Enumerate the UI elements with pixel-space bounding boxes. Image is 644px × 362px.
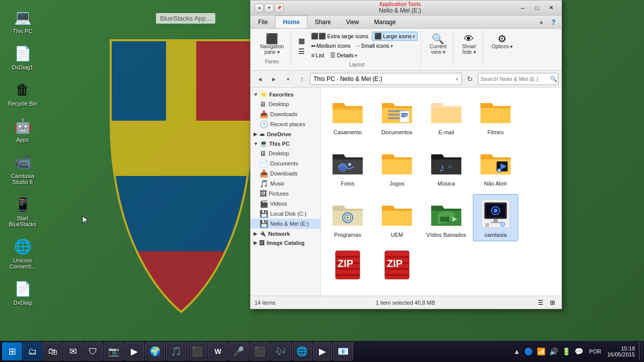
navigation-pane-btn[interactable]: ⬛ Navigationpane ▾ [257, 32, 287, 57]
desktop-icon-unicorn[interactable]: 🌐 Unicom Connecti... [5, 234, 40, 272]
preview-pane-btn[interactable]: ▦ [296, 36, 307, 46]
extra-large-icons-btn[interactable]: ⬛⬛ Extra large icons [308, 32, 371, 41]
file-item-fotos[interactable]: Fotos [325, 143, 370, 190]
nav-item-documents[interactable]: 📄 Documents [251, 158, 320, 168]
sys-network-icon[interactable]: 📶 [536, 346, 546, 356]
desktop-icon-camtasia[interactable]: 📹 Camtasia Studio 6 [5, 150, 40, 187]
large-icons-view-toggle[interactable]: ⊞ [547, 298, 557, 308]
nav-item-recent-places[interactable]: 🕐 Recent places [251, 119, 320, 129]
maximize-button[interactable]: □ [530, 3, 543, 13]
show-desktop-btn[interactable] [639, 342, 642, 360]
desktop-icon-dxdiag1[interactable]: 📄 DxDiag1 [5, 41, 40, 72]
tab-view[interactable]: View [339, 16, 367, 28]
tab-file[interactable]: File [251, 16, 275, 28]
nav-item-pictures[interactable]: 🖼 Pictures [251, 189, 320, 199]
desktop-icon-start-bluestacks[interactable]: 📱 Start BlueStacks [5, 192, 40, 229]
small-icons-btn[interactable]: ·· Small icons ▾ [354, 41, 395, 50]
details-btn[interactable]: ☰ Details ▾ [328, 51, 360, 60]
forward-button[interactable]: ▸ [268, 73, 280, 85]
taskbar-music[interactable]: 🎶 [271, 342, 291, 360]
sys-bluetooth-icon[interactable]: 🔵 [523, 346, 534, 356]
show-hide-btn[interactable]: 👁 Show/hide ▾ [458, 32, 479, 57]
minimize-button[interactable]: ─ [516, 3, 529, 13]
ribbon-help-btn[interactable]: ? [547, 16, 559, 28]
desktop-icon-this-pc[interactable]: 💻 This PC [5, 5, 40, 36]
tab-manage[interactable]: Manage [367, 16, 404, 28]
taskbar-mic[interactable]: 🎤 [228, 342, 249, 360]
file-item-programas[interactable]: Programas [325, 194, 370, 241]
recent-locations-btn[interactable]: ▾ [282, 73, 294, 85]
taskbar-chrome[interactable]: 🌐 [292, 342, 312, 360]
nav-item-local-disk[interactable]: 💾 Local Disk (C:) [251, 209, 320, 219]
taskbar-browser[interactable]: 🌍 [145, 342, 165, 360]
nav-item-videos[interactable]: 🎬 Videos [251, 199, 320, 209]
sys-volume-icon[interactable]: 🔊 [548, 346, 559, 356]
path-dropdown-arrow[interactable]: ▾ [456, 76, 458, 82]
taskbar-clock[interactable]: 15:18 16/05/2015 [604, 345, 638, 357]
nav-item-downloads-fav[interactable]: 📥 Downloads [251, 109, 320, 119]
file-item-jogos[interactable]: Jogos [374, 143, 420, 190]
address-path[interactable]: This PC › Nelio & Mel (E:) ▾ [310, 73, 462, 85]
file-item-zip2[interactable]: ZIP [374, 245, 420, 287]
taskbar-lang[interactable]: POR [587, 348, 603, 354]
taskbar-media[interactable]: ▶ [125, 342, 144, 360]
taskbar-media2[interactable]: 🎵 [166, 342, 186, 360]
desktop-icon-dxdiag[interactable]: 📄 DxDiag [5, 277, 40, 308]
taskbar-file-explorer[interactable]: 🗂 [23, 342, 42, 360]
file-item-musica[interactable]: ♪ ♫ Música [424, 143, 469, 190]
taskbar-store[interactable]: 🛍 [43, 342, 62, 360]
taskbar-mail[interactable]: ✉ [63, 342, 83, 360]
sys-expand-icon[interactable]: ▲ [512, 346, 521, 356]
options-btn[interactable]: ⚙ Options ▾ [488, 32, 516, 51]
nav-item-music[interactable]: 🎵 Music [251, 178, 320, 189]
desktop-icon-apps[interactable]: 🤖 Apps [5, 114, 40, 145]
qa-forward-btn[interactable]: ▾ [265, 4, 274, 13]
this-pc-header[interactable]: ▼ 💻 This PC [251, 139, 320, 148]
back-button[interactable]: ◂ [254, 73, 266, 85]
large-icons-btn[interactable]: ⬛ Large icons ▾ [372, 32, 418, 41]
current-view-btn[interactable]: 🔍 Currentview ▾ [426, 32, 450, 57]
list-view-toggle[interactable]: ☰ [535, 298, 545, 308]
close-button[interactable]: ✕ [544, 3, 557, 13]
onedrive-header[interactable]: ▶ ☁ OneDrive [251, 129, 320, 139]
favorites-header[interactable]: ▼ ⭐ Favorites [251, 89, 320, 99]
file-item-documentos[interactable]: Documentos [374, 92, 420, 139]
nav-item-desktop-fav[interactable]: 🖥 Desktop [251, 99, 320, 109]
tab-home[interactable]: Home [275, 16, 307, 28]
taskbar-app4[interactable]: 📧 [333, 342, 353, 360]
taskbar-word[interactable]: W [208, 342, 227, 360]
file-item-camtasia[interactable]: ⚙ 🖥 camtasia [473, 194, 518, 241]
details-pane-btn[interactable]: ☰ [296, 46, 307, 56]
file-item-videos-baixados[interactable]: Vídios Baixados [424, 194, 469, 241]
qa-pin-btn[interactable]: 📌 [275, 4, 284, 13]
search-input[interactable] [480, 76, 550, 82]
sys-battery-icon[interactable]: 🔋 [561, 346, 572, 356]
network-header[interactable]: ▶ 🔌 Network [251, 229, 320, 238]
nav-item-downloads[interactable]: 📥 Downloads [251, 168, 320, 178]
nav-item-nelio[interactable]: 💾 Nelio & Mel (E:) [251, 219, 320, 229]
file-item-zip1[interactable]: ZIP [325, 245, 370, 287]
taskbar-antivirus[interactable]: 🛡 [84, 342, 103, 360]
file-item-email[interactable]: E-mail [424, 92, 469, 139]
file-item-casamento[interactable]: Casamento [325, 92, 370, 139]
nav-item-desktop[interactable]: 🖥 Desktop [251, 148, 320, 158]
file-item-uem[interactable]: UEM [374, 194, 420, 241]
search-box[interactable]: 🔍 [478, 73, 558, 85]
tab-share[interactable]: Share [307, 16, 339, 28]
taskbar-app2[interactable]: ⬛ [250, 342, 270, 360]
start-button[interactable]: ⊞ [2, 342, 22, 360]
up-button[interactable]: ↑ [296, 73, 308, 85]
sys-other-icon[interactable]: 💬 [574, 346, 584, 356]
ribbon-collapse-btn[interactable]: ▲ [535, 16, 547, 28]
taskbar-camera[interactable]: 📷 [104, 342, 124, 360]
desktop-icon-recycle-bin[interactable]: 🗑 Recycle Bin [5, 77, 40, 109]
file-item-nao-abrir[interactable]: Não Abrir [473, 143, 518, 190]
list-btn[interactable]: ≡ List [308, 51, 327, 60]
qa-back-btn[interactable]: ◂ [255, 4, 264, 13]
taskbar-app3[interactable]: ▶ [313, 342, 332, 360]
refresh-button[interactable]: ↻ [464, 73, 476, 85]
taskbar-app1[interactable]: ⬛ [187, 342, 207, 360]
medium-icons-btn[interactable]: ▪▪ Medium icons [308, 41, 353, 50]
file-item-filmes[interactable]: Filmes [473, 92, 518, 139]
image-catalog-header[interactable]: ▶ 🖼 Image Catalog [251, 238, 320, 247]
